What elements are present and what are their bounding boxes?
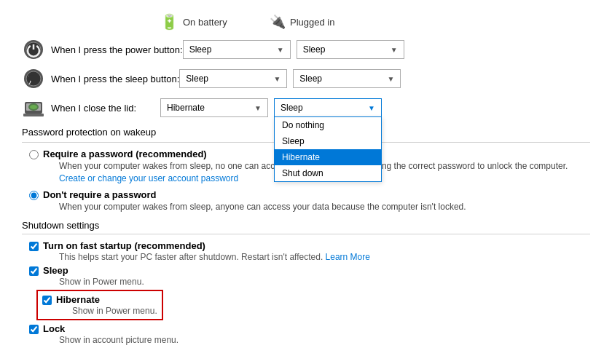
power-plugged-in-value: Sleep — [303, 44, 326, 55]
power-icon — [23, 39, 44, 60]
lid-row: When I close the lid: Hibernate ▼ Sleep … — [22, 96, 590, 119]
sleep-checkbox[interactable] — [29, 266, 39, 276]
power-plugged-in-dropdown[interactable]: Sleep ▼ — [297, 40, 404, 59]
on-battery-header: 🔋 On battery — [160, 13, 270, 31]
power-on-battery-dropdown[interactable]: Sleep ▼ — [183, 40, 291, 59]
lid-plugged-in-dropdown[interactable]: Sleep ▼ — [274, 98, 382, 117]
svg-rect-8 — [23, 114, 44, 116]
shutdown-divider — [22, 234, 590, 234]
lock-checkbox[interactable] — [29, 325, 39, 334]
fast-startup-checkbox[interactable] — [29, 242, 39, 251]
lid-dropdown-menu: Do nothing Sleep Hibernate Shut down — [274, 116, 382, 182]
shutdown-title: Shutdown settings — [22, 220, 590, 231]
lock-label[interactable]: Lock — [43, 323, 65, 334]
sleep-plugged-in-value: Sleep — [299, 74, 322, 84]
hibernate-checkbox[interactable] — [42, 296, 52, 305]
shutdown-section: Shutdown settings Turn on fast startup (… — [22, 220, 590, 345]
svg-point-10 — [30, 105, 37, 109]
hibernate-desc: Show in Power menu. — [72, 306, 157, 316]
lid-icon — [23, 98, 44, 118]
learn-more-link[interactable]: Learn More — [326, 252, 370, 262]
lock-shutdown-row: Lock Show in account picture menu. — [29, 323, 590, 345]
require-password-radio[interactable] — [29, 150, 39, 159]
lid-label: When I close the lid: — [51, 103, 136, 114]
chevron-down-icon: ▼ — [254, 104, 262, 112]
plugged-in-header: 🔌 Plugged in — [270, 14, 379, 30]
account-password-link[interactable]: Create or change your user account passw… — [59, 173, 238, 183]
no-password-radio[interactable] — [29, 191, 39, 200]
chevron-down-icon: ▼ — [391, 46, 398, 54]
sleep-button-label: When I press the sleep button: — [51, 74, 179, 84]
svg-point-5 — [28, 75, 34, 81]
chevron-down-icon: ▼ — [277, 46, 284, 54]
chevron-down-icon: ▼ — [387, 75, 394, 83]
fast-startup-row: Turn on fast startup (recommended) This … — [29, 240, 590, 262]
option-do-nothing[interactable]: Do nothing — [275, 117, 381, 133]
sleep-on-battery-dropdown[interactable]: Sleep ▼ — [179, 69, 287, 88]
sleep-checkbox-desc: Show in Power menu. — [59, 277, 144, 287]
battery-icon: 🔋 — [160, 13, 178, 31]
no-password-label[interactable]: Don't require a password — [43, 189, 157, 200]
lock-desc: Show in account picture menu. — [59, 335, 178, 345]
power-button-row: When I press the power button: Sleep ▼ S… — [22, 38, 590, 61]
hibernate-shutdown-row: Hibernate Show in Power menu. — [29, 290, 590, 320]
sleep-icon: ) — [23, 68, 44, 89]
sleep-checkbox-label[interactable]: Sleep — [43, 265, 68, 276]
sleep-on-battery-value: Sleep — [186, 74, 208, 84]
lid-on-battery-dropdown[interactable]: Hibernate ▼ — [160, 98, 268, 117]
sleep-plugged-in-dropdown[interactable]: Sleep ▼ — [293, 69, 401, 88]
settings-page: 🔋 On battery 🔌 Plugged in When I press t… — [0, 0, 612, 364]
option-hibernate[interactable]: Hibernate — [275, 149, 381, 165]
fast-startup-desc: This helps start your PC faster after sh… — [59, 252, 370, 262]
power-button-label: When I press the power button: — [51, 44, 183, 55]
hibernate-highlight-box: Hibernate Show in Power menu. — [36, 290, 163, 320]
option-shut-down[interactable]: Shut down — [275, 165, 381, 181]
lid-plugged-in-value: Sleep — [280, 103, 303, 113]
plugged-icon: 🔌 — [270, 14, 286, 30]
lid-on-battery-value: Hibernate — [167, 103, 205, 113]
plugged-in-label: Plugged in — [290, 17, 334, 28]
hibernate-label[interactable]: Hibernate — [56, 294, 100, 305]
require-password-label[interactable]: Require a password (recommended) — [43, 149, 207, 159]
column-headers: 🔋 On battery 🔌 Plugged in — [22, 13, 590, 31]
no-password-option: Don't require a password When your compu… — [29, 189, 590, 213]
sleep-button-row: ) When I press the sleep button: Sleep ▼… — [22, 67, 590, 90]
sleep-shutdown-row: Sleep Show in Power menu. — [29, 265, 590, 287]
chevron-down-icon: ▼ — [368, 104, 375, 112]
option-sleep[interactable]: Sleep — [275, 133, 381, 149]
no-password-desc: When your computer wakes from sleep, any… — [59, 201, 466, 213]
chevron-down-icon: ▼ — [273, 75, 280, 83]
power-on-battery-value: Sleep — [189, 44, 212, 55]
on-battery-label: On battery — [183, 17, 227, 28]
fast-startup-label[interactable]: Turn on fast startup (recommended) — [43, 240, 205, 251]
